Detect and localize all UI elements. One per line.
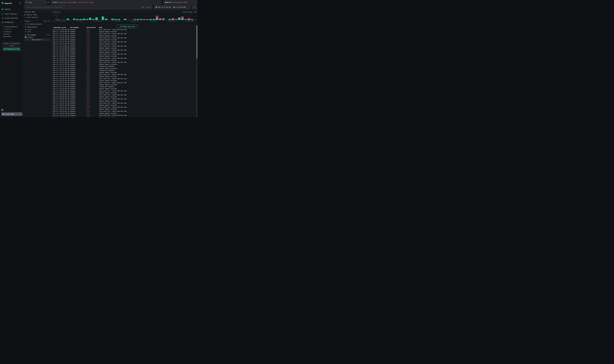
expand-row-icon[interactable] bbox=[52, 90, 53, 92]
table-row[interactable]: May 15 1:42:01.824 PMpaymenterrorVisa ca… bbox=[51, 57, 196, 59]
table-row[interactable]: May 15 1:41:14.361 PMpaymentinfoCharge r… bbox=[51, 88, 196, 90]
filter-option-payment[interactable]: ✓payment bbox=[25, 36, 33, 38]
preset-item-services[interactable]: Services bbox=[3, 33, 11, 35]
lucene-mode-option[interactable]: Lucene bbox=[146, 6, 151, 8]
expand-row-icon[interactable] bbox=[52, 88, 53, 90]
expand-row-icon[interactable] bbox=[52, 74, 53, 76]
expand-row-icon[interactable] bbox=[52, 100, 53, 102]
table-row[interactable]: May 15 1:40:10.597 PMpaymentinfoCharge r… bbox=[51, 112, 196, 114]
table-options-icon[interactable]: ⋮ bbox=[194, 25, 196, 27]
table-row[interactable]: May 15 1:42:50.843 PMpaymenterrorVisa ca… bbox=[51, 29, 196, 31]
analysis-mode-event-patterns[interactable]: Event Patterns bbox=[25, 16, 50, 18]
more-filters-button[interactable]: More filters bbox=[25, 39, 50, 41]
column-drag-handle[interactable]: ⋮ bbox=[97, 27, 99, 28]
table-row[interactable]: May 15 1:41:47.823 PMpaymentinfoTransact… bbox=[51, 69, 196, 72]
table-row[interactable]: May 15 1:41:21.652 PMpaymentinfoCharge r… bbox=[51, 84, 196, 86]
filter-option-error[interactable]: error bbox=[25, 29, 32, 30]
table-row[interactable]: May 15 1:42:05.450 PMpaymentinfoCharge r… bbox=[51, 51, 196, 53]
expand-row-icon[interactable] bbox=[52, 94, 53, 96]
table-row[interactable]: May 15 1:40:07.413 PMpaymenterrorVisa ca… bbox=[51, 114, 196, 116]
expand-row-icon[interactable] bbox=[52, 116, 53, 117]
checkbox-info[interactable] bbox=[25, 31, 26, 32]
table-row[interactable]: May 15 1:42:43.360 PMpaymenterrorVisa ca… bbox=[51, 33, 196, 35]
col-header-timestamp[interactable]: Timestamp (Local) bbox=[53, 27, 66, 28]
expand-row-icon[interactable] bbox=[52, 98, 53, 100]
table-row[interactable]: May 15 1:40:07.410 PMpaymentinfoCharge r… bbox=[51, 116, 196, 117]
table-row[interactable]: May 15 1:41:21.678 PMpaymenterrorVisa ca… bbox=[51, 82, 196, 84]
select-query-input[interactable]: SELECT Timestamp, ServiceName, SeverityT… bbox=[51, 0, 161, 4]
collapse-sidebar-icon[interactable] bbox=[19, 2, 21, 5]
table-row[interactable]: May 15 1:40:14.505 PMpaymentinfoCharge r… bbox=[51, 108, 196, 110]
expand-row-icon[interactable] bbox=[52, 84, 53, 86]
table-row[interactable]: May 15 1:40:26.445 PMpaymenterrorVisa ca… bbox=[51, 98, 196, 100]
expand-row-icon[interactable] bbox=[52, 92, 53, 94]
expand-row-icon[interactable] bbox=[52, 47, 53, 49]
col-header-severitytext[interactable]: SeverityText bbox=[87, 27, 96, 28]
expand-row-icon[interactable] bbox=[52, 104, 53, 106]
table-row[interactable]: May 15 1:42:36.188 PMpaymenterrorVisa ca… bbox=[51, 37, 196, 39]
help-button[interactable]: ? bbox=[1, 109, 3, 111]
clear-all-button[interactable]: Clear all bbox=[43, 21, 50, 22]
presets-toggle[interactable]: PRESETS bbox=[3, 28, 12, 30]
expand-row-icon[interactable] bbox=[52, 72, 53, 74]
source-select[interactable]: Logs bbox=[25, 0, 47, 4]
column-drag-handle[interactable]: ⋮ bbox=[85, 27, 86, 28]
time-range-picker[interactable]: May 15 13:32:00 - May 15 13:43:00 bbox=[154, 5, 190, 9]
sidebar-item-chart-explorer[interactable]: Chart Explorer bbox=[0, 12, 24, 16]
expand-row-icon[interactable] bbox=[52, 55, 53, 57]
table-row[interactable]: May 15 1:42:50.834 PMpaymentinfoCharge r… bbox=[51, 31, 196, 33]
query-language-toggle[interactable]: SQL|Lucene bbox=[142, 5, 151, 9]
get-started-button[interactable]: Get Started for Free bbox=[3, 47, 20, 51]
checkbox-payment[interactable]: ✓ bbox=[25, 36, 26, 38]
analysis-mode-results-table[interactable]: Results Table bbox=[25, 13, 50, 16]
expand-row-icon[interactable] bbox=[52, 57, 53, 59]
expand-row-icon[interactable] bbox=[52, 78, 53, 80]
expand-row-icon[interactable] bbox=[52, 35, 53, 37]
expand-row-icon[interactable] bbox=[52, 63, 53, 65]
preset-item-kubernetes[interactable]: Kubernetes bbox=[3, 35, 11, 38]
expand-row-icon[interactable] bbox=[52, 31, 53, 33]
table-row[interactable]: May 15 1:40:14.511 PMpaymenterrorVisa ca… bbox=[51, 106, 196, 108]
clear-group-button[interactable]: Clear bbox=[46, 34, 50, 36]
col-header-body[interactable]: Body bbox=[99, 27, 102, 28]
expand-row-icon[interactable] bbox=[52, 61, 53, 63]
table-row[interactable]: May 15 1:41:57.183 PMpaymenterrorVisa ca… bbox=[51, 61, 196, 63]
sql-mode-option[interactable]: SQL bbox=[142, 6, 144, 8]
table-row[interactable]: May 15 1:41:53.274 PMpaymentinfoTransact… bbox=[51, 65, 196, 67]
sidebar-item-search[interactable]: Search bbox=[0, 8, 24, 11]
expand-row-icon[interactable] bbox=[52, 67, 53, 69]
table-row[interactable]: May 15 1:40:24.219 PMpaymenterrorVisa ca… bbox=[51, 102, 196, 104]
run-query-button[interactable] bbox=[192, 5, 197, 9]
table-row[interactable]: May 15 1:41:57.178 PMpaymentinfoCharge r… bbox=[51, 63, 196, 65]
preset-item-clickhouse[interactable]: Clickhouse bbox=[3, 31, 11, 33]
expand-row-icon[interactable] bbox=[52, 53, 53, 55]
gear-icon[interactable]: ⚙ bbox=[47, 1, 49, 3]
expand-row-icon[interactable] bbox=[52, 110, 53, 112]
table-row[interactable]: May 15 1:41:47.766 PMpaymentinfoCharge r… bbox=[51, 72, 196, 74]
table-row[interactable]: May 15 1:41:25.373 PMpaymenterrorVisa ca… bbox=[51, 78, 196, 80]
expand-row-icon[interactable] bbox=[52, 86, 53, 88]
order-by-input[interactable]: ORDER BY TimestampTime DESC bbox=[163, 0, 197, 4]
search-input[interactable] bbox=[25, 5, 152, 9]
col-header-servicename[interactable]: ServiceName bbox=[70, 27, 78, 28]
table-row[interactable]: May 15 1:42:43.336 PMpaymentinfoCharge r… bbox=[51, 35, 196, 37]
expand-row-icon[interactable] bbox=[52, 39, 53, 41]
expand-row-icon[interactable] bbox=[52, 69, 53, 72]
expand-row-icon[interactable] bbox=[52, 96, 53, 98]
table-row[interactable]: May 15 1:41:53.260 PMpaymentinfoCharge r… bbox=[51, 67, 196, 69]
expand-row-icon[interactable] bbox=[52, 41, 53, 43]
table-row[interactable]: May 15 1:41:30.283 PMpaymenterrorVisa ca… bbox=[51, 74, 196, 76]
table-row[interactable]: May 15 1:40:44.563 PMpaymenterrorVisa ca… bbox=[51, 90, 196, 92]
table-row[interactable]: May 15 1:42:04.392 PMpaymenterrorVisa ca… bbox=[51, 53, 196, 55]
column-drag-handle[interactable]: ⋮ bbox=[68, 27, 70, 28]
filter-option-info[interactable]: info bbox=[25, 31, 31, 32]
expand-row-icon[interactable] bbox=[52, 45, 53, 47]
table-row[interactable]: May 15 1:42:13.019 PMpaymentinfoCharge r… bbox=[51, 47, 196, 49]
expand-row-icon[interactable] bbox=[52, 80, 53, 82]
table-row[interactable]: May 15 1:42:05.460 PMpaymenterrorVisa ca… bbox=[51, 49, 196, 51]
table-row[interactable]: May 15 1:41:30.275 PMpaymentinfoCharge r… bbox=[51, 76, 196, 78]
table-row[interactable]: May 15 1:40:44.546 PMpaymentinfoCharge r… bbox=[51, 92, 196, 94]
expand-row-icon[interactable] bbox=[52, 29, 53, 31]
expand-row-icon[interactable] bbox=[52, 112, 53, 114]
expand-row-icon[interactable] bbox=[52, 43, 53, 45]
